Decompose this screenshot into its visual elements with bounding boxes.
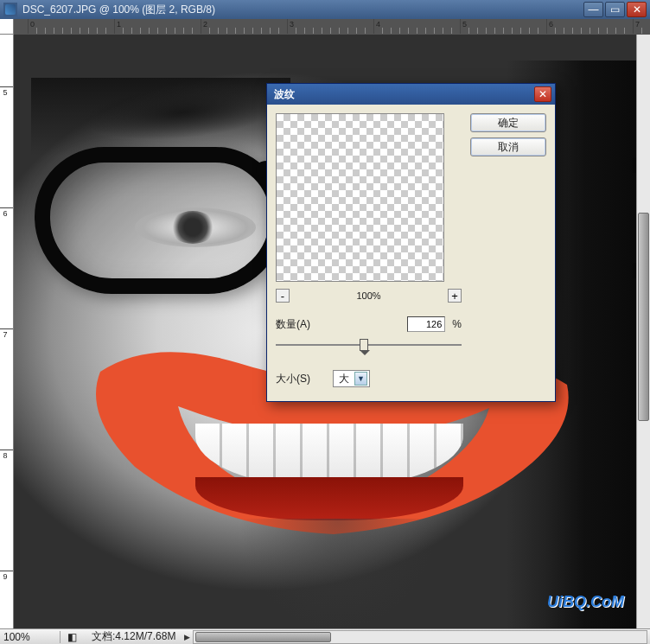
scrollbar-thumb[interactable] <box>638 213 649 420</box>
chevron-right-icon[interactable]: ▶ <box>184 633 190 641</box>
vertical-scrollbar[interactable] <box>636 35 650 628</box>
dialog-close-button[interactable]: ✕ <box>534 86 551 102</box>
size-select[interactable]: 大 ▼ <box>333 370 370 387</box>
chevron-down-icon: ▼ <box>354 372 367 386</box>
amount-input[interactable] <box>407 316 445 332</box>
close-button[interactable]: ✕ <box>627 2 647 17</box>
app-icon <box>3 3 17 16</box>
ruler-vertical[interactable]: 56789 <box>0 35 14 628</box>
filter-preview[interactable] <box>276 113 444 282</box>
dialog-titlebar[interactable]: 波纹 ✕ <box>267 84 555 105</box>
preview-zoom: 100% <box>356 290 380 301</box>
doc-size: 4.12M/7.68M <box>115 630 175 642</box>
amount-unit: % <box>452 318 462 330</box>
size-value: 大 <box>339 372 349 386</box>
maximize-button[interactable]: ▭ <box>605 2 625 17</box>
minimize-button[interactable]: — <box>583 2 603 17</box>
scrollbar-thumb-h[interactable] <box>195 632 331 642</box>
doc-label: 文档: <box>92 630 115 642</box>
window-title: DSC_6207.JPG @ 100% (图层 2, RGB/8) <box>22 3 583 17</box>
beard <box>239 519 437 628</box>
statusbar: 100% ◧ 文档:4.12M/7.68M ▶ <box>0 628 650 644</box>
ripple-dialog: 波纹 ✕ - 100% + 数量(A) % 大小(S) <box>266 83 556 402</box>
nav-icon[interactable]: ◧ <box>61 631 83 643</box>
dialog-title: 波纹 <box>271 87 534 102</box>
amount-label: 数量(A) <box>276 317 310 332</box>
cancel-button[interactable]: 取消 <box>470 137 546 156</box>
ok-button[interactable]: 确定 <box>470 113 546 132</box>
watermark: UiBQ.CoM <box>547 593 624 611</box>
titlebar[interactable]: DSC_6207.JPG @ 100% (图层 2, RGB/8) — ▭ ✕ <box>0 0 650 19</box>
zoom-field[interactable]: 100% <box>0 631 61 643</box>
slider-thumb[interactable] <box>360 339 368 351</box>
zoom-out-button[interactable]: - <box>276 289 290 303</box>
zoom-in-button[interactable]: + <box>448 289 462 303</box>
horizontal-scrollbar[interactable] <box>193 630 647 644</box>
amount-slider[interactable] <box>276 337 462 354</box>
size-label: 大小(S) <box>276 372 310 386</box>
ruler-origin[interactable] <box>0 19 14 35</box>
